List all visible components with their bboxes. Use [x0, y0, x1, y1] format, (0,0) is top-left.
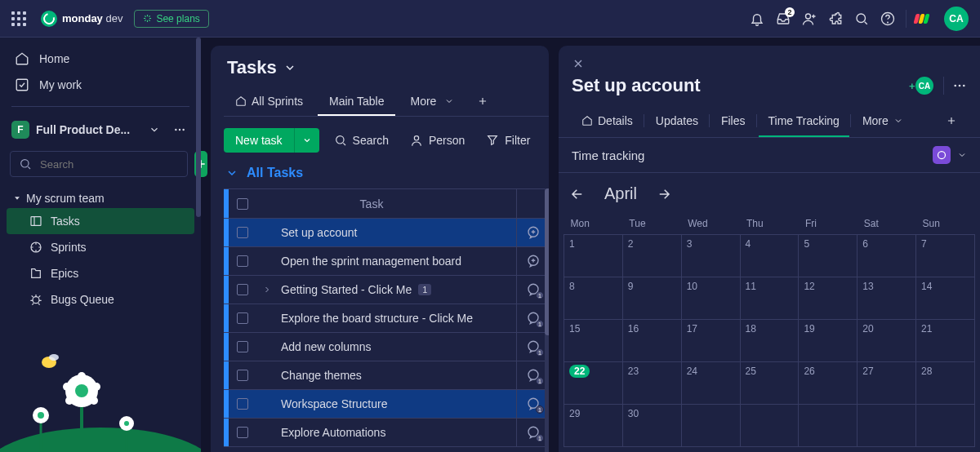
calendar-day[interactable]: 18	[740, 320, 799, 362]
row-conversation-button[interactable]	[516, 219, 549, 246]
row-conversation-button[interactable]: 1	[516, 276, 549, 304]
calendar-day[interactable]: 12	[799, 277, 858, 320]
task-row[interactable]: Set up account	[224, 219, 549, 247]
row-checkbox[interactable]	[229, 341, 256, 352]
calendar-day[interactable]: 20	[858, 320, 916, 362]
row-checkbox[interactable]	[229, 312, 256, 324]
ptab-files[interactable]: Files	[711, 106, 755, 137]
row-conversation-button[interactable]: 1	[516, 333, 549, 361]
invite-button[interactable]	[796, 6, 822, 32]
calendar-day[interactable]: 13	[858, 277, 916, 320]
workspace-selector[interactable]: F Full Product De...	[0, 115, 201, 144]
workspace-more-button[interactable]	[170, 120, 189, 140]
calendar-day[interactable]: 2	[622, 235, 681, 277]
calendar-day[interactable]: 10	[681, 277, 740, 320]
search-everything-button[interactable]	[849, 6, 875, 32]
task-row[interactable]: Workspace Structure1	[224, 390, 549, 419]
notifications-button[interactable]	[744, 6, 770, 32]
task-row[interactable]: Getting Started - Click Me11	[224, 276, 549, 304]
sidebar-mywork[interactable]: My work	[11, 72, 189, 98]
calendar-day[interactable]: 28	[916, 362, 975, 405]
tab-main-table[interactable]: Main Table	[318, 88, 395, 116]
calendar-day[interactable]: 21	[916, 320, 975, 362]
header-check[interactable]	[229, 198, 256, 210]
calendar-day[interactable]: 24	[681, 362, 740, 405]
apps-menu-icon[interactable]	[11, 11, 26, 26]
tt-app-icon[interactable]	[933, 146, 951, 164]
row-checkbox[interactable]	[229, 398, 256, 410]
row-conversation-button[interactable]: 1	[516, 304, 549, 332]
help-button[interactable]	[875, 6, 901, 32]
chevron-right-icon[interactable]	[262, 285, 272, 295]
product-logo[interactable]: monday dev	[41, 11, 122, 27]
task-row[interactable]: Open the sprint management board	[224, 247, 549, 276]
row-checkbox[interactable]	[229, 255, 256, 267]
tab-add[interactable]	[469, 89, 497, 115]
ptab-more[interactable]: More	[853, 106, 913, 137]
calendar-day[interactable]: 3	[681, 235, 740, 277]
row-checkbox[interactable]	[229, 284, 256, 295]
calendar-day[interactable]: 26	[799, 362, 858, 405]
task-row[interactable]: Add new columns1	[224, 333, 549, 361]
calendar-day[interactable]: 23	[622, 362, 681, 405]
sidebar-search-input[interactable]	[38, 157, 179, 171]
task-row[interactable]: Explore the board structure - Click Me1	[224, 304, 549, 333]
calendar-day[interactable]: 15	[564, 320, 623, 362]
calendar-day[interactable]: 17	[681, 320, 740, 362]
chevron-down-icon[interactable]	[145, 121, 163, 139]
row-conversation-button[interactable]: 1	[516, 419, 549, 446]
new-task-button[interactable]: New task	[224, 128, 319, 153]
tt-dropdown[interactable]	[957, 150, 967, 160]
calendar-day[interactable]: 5	[799, 235, 858, 277]
calendar-day[interactable]: 9	[622, 277, 681, 320]
calendar-day[interactable]: 27	[858, 362, 916, 405]
tab-more[interactable]: More	[399, 88, 466, 116]
row-conversation-button[interactable]	[516, 247, 549, 275]
tab-all-sprints[interactable]: All Sprints	[224, 88, 314, 116]
ptab-updates[interactable]: Updates	[646, 106, 708, 137]
panel-close-button[interactable]	[559, 57, 980, 70]
task-row[interactable]: Explore Automations1	[224, 419, 549, 447]
board-scrollbar[interactable]	[545, 188, 549, 452]
calendar-day[interactable]: 1	[564, 235, 623, 277]
panel-title[interactable]: Set up account	[572, 75, 701, 96]
calendar-day[interactable]: 6	[858, 235, 916, 277]
sidebar-item-sprints[interactable]: Sprints	[7, 234, 194, 260]
user-avatar-button[interactable]: CA	[944, 7, 969, 31]
sidebar-scrollbar[interactable]	[196, 38, 201, 217]
panel-more-button[interactable]	[952, 78, 967, 93]
row-checkbox[interactable]	[229, 227, 256, 238]
row-conversation-button[interactable]: 1	[516, 390, 549, 418]
row-checkbox[interactable]	[229, 370, 256, 381]
calendar-day[interactable]: 11	[740, 277, 799, 320]
calendar-day[interactable]: 25	[740, 362, 799, 405]
calendar-day[interactable]: 4	[740, 235, 799, 277]
new-task-dropdown[interactable]	[294, 128, 319, 153]
monday-products-button[interactable]	[911, 6, 938, 32]
ptab-time-tracking[interactable]: Time Tracking	[759, 106, 849, 137]
toolbar-search[interactable]: Search	[327, 129, 395, 152]
calendar-day[interactable]: 14	[916, 277, 975, 320]
toolbar-person[interactable]: Person	[403, 129, 471, 152]
sidebar-item-bugs[interactable]: Bugs Queue	[7, 286, 194, 312]
panel-add-person-button[interactable]: CA	[914, 75, 935, 96]
sidebar-team-title[interactable]: My scrum team	[7, 188, 194, 208]
calendar-day[interactable]: 22	[564, 362, 623, 405]
ptab-add[interactable]	[936, 107, 967, 136]
calendar-day[interactable]: 8	[564, 277, 623, 320]
row-checkbox[interactable]	[229, 427, 256, 438]
sidebar-item-tasks[interactable]: Tasks	[7, 208, 194, 234]
toolbar-filter[interactable]: Filter	[479, 129, 537, 152]
calendar-day[interactable]: 19	[799, 320, 858, 362]
sidebar-item-epics[interactable]: Epics	[7, 260, 194, 286]
inbox-button[interactable]: 2	[770, 6, 796, 32]
group-title[interactable]: All Tasks	[224, 162, 549, 188]
row-conversation-button[interactable]: 1	[516, 361, 549, 389]
task-row[interactable]: Change themes1	[224, 361, 549, 390]
ptab-details[interactable]: Details	[572, 106, 643, 137]
apps-marketplace-button[interactable]	[822, 6, 849, 32]
see-plans-button[interactable]: See plans	[134, 10, 208, 28]
board-title-row[interactable]: Tasks	[224, 57, 549, 78]
calendar-day[interactable]: 16	[622, 320, 681, 362]
calendar-day[interactable]: 30	[622, 405, 681, 447]
